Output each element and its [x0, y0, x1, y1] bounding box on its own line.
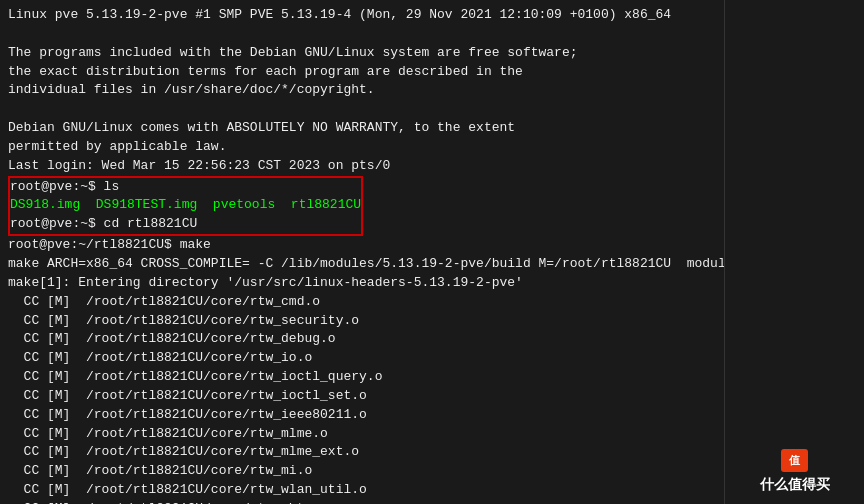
terminal-line: individual files in /usr/share/doc/*/cop…: [8, 81, 716, 100]
terminal-line: CC [M] /root/rtl8821CU/core/rtw_ioctl_qu…: [8, 368, 716, 387]
terminal-line: permitted by applicable law.: [8, 138, 716, 157]
terminal-line: CC [M] /root/rtl8821CU/core/rtw_mi.o: [8, 462, 716, 481]
red-border-box: root@pve:~$ lsDS918.img DS918TEST.img pv…: [8, 176, 363, 237]
terminal-line: CC [M] /root/rtl8821CU/core/rtw_ioctl_se…: [8, 387, 716, 406]
watermark-area: 值 什么值得买: [724, 0, 864, 504]
terminal-line: CC [M] /root/rtl8821CU/core/rtw_mlme.o: [8, 425, 716, 444]
terminal-line: CC [M] /root/rtl8821CU/core/rtw_mlme_ext…: [8, 443, 716, 462]
terminal-boxed-line: DS918.img DS918TEST.img pvetools rtl8821…: [10, 196, 361, 215]
terminal-boxed-line: root@pve:~$ ls: [10, 178, 361, 197]
terminal-line: Debian GNU/Linux comes with ABSOLUTELY N…: [8, 119, 716, 138]
terminal-line: CC [M] /root/rtl8821CU/core/rtw_security…: [8, 312, 716, 331]
terminal-window: Linux pve 5.13.19-2-pve #1 SMP PVE 5.13.…: [0, 0, 724, 504]
terminal-line: Linux pve 5.13.19-2-pve #1 SMP PVE 5.13.…: [8, 6, 716, 25]
terminal-line: CC [M] /root/rtl8821CU/core/rtw_vht.o: [8, 500, 716, 504]
terminal-line: CC [M] /root/rtl8821CU/core/rtw_wlan_uti…: [8, 481, 716, 500]
terminal-boxed-line: root@pve:~$ cd rtl8821CU: [10, 215, 361, 234]
watermark-badge: 值: [781, 449, 808, 472]
terminal-line: make[1]: Entering directory '/usr/src/li…: [8, 274, 716, 293]
watermark-text: 什么值得买: [760, 476, 830, 494]
terminal-line: CC [M] /root/rtl8821CU/core/rtw_ieee8021…: [8, 406, 716, 425]
terminal-line: The programs included with the Debian GN…: [8, 44, 716, 63]
terminal-line: the exact distribution terms for each pr…: [8, 63, 716, 82]
terminal-line: CC [M] /root/rtl8821CU/core/rtw_debug.o: [8, 330, 716, 349]
terminal-line: Last login: Wed Mar 15 22:56:23 CST 2023…: [8, 157, 716, 176]
terminal-line: root@pve:~/rtl8821CU$ make: [8, 236, 716, 255]
terminal-line: [8, 25, 716, 44]
terminal-line: make ARCH=x86_64 CROSS_COMPILE= -C /lib/…: [8, 255, 716, 274]
terminal-line: CC [M] /root/rtl8821CU/core/rtw_cmd.o: [8, 293, 716, 312]
terminal-line: CC [M] /root/rtl8821CU/core/rtw_io.o: [8, 349, 716, 368]
terminal-line: [8, 100, 716, 119]
